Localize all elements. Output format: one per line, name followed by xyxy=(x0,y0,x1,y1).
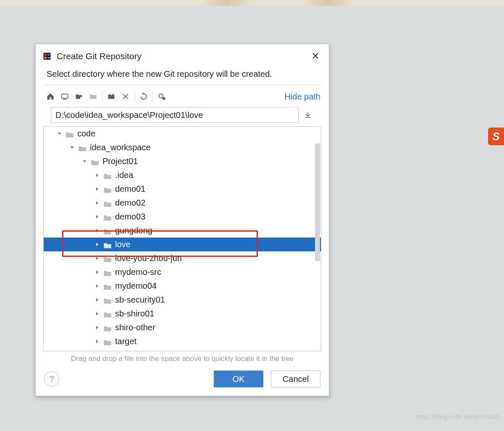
new-folder-icon[interactable] xyxy=(104,91,118,102)
chevron-right-icon[interactable] xyxy=(93,227,101,235)
folder-icon xyxy=(103,227,112,234)
dialog-title: Create Git Repository xyxy=(57,51,309,61)
tree-item-label: demo01 xyxy=(115,184,145,194)
svg-rect-6 xyxy=(63,99,66,100)
chevron-right-icon[interactable] xyxy=(93,185,101,193)
svg-rect-5 xyxy=(62,94,68,98)
chevron-right-icon[interactable] xyxy=(93,199,101,207)
chevron-right-icon[interactable] xyxy=(93,296,101,304)
tree-item-label: gungdong xyxy=(115,226,152,235)
hide-path-link[interactable]: Hide path xyxy=(284,92,320,102)
delete-icon[interactable] xyxy=(118,91,133,102)
chevron-right-icon[interactable] xyxy=(93,324,101,332)
chevron-right-icon[interactable] xyxy=(93,213,101,221)
tree-item[interactable]: sb-security01 xyxy=(44,293,321,307)
drag-drop-hint: Drag and drop a file into the space abov… xyxy=(36,351,329,368)
chevron-right-icon[interactable] xyxy=(93,172,101,179)
tree-item[interactable]: sb-shiro01 xyxy=(44,307,321,321)
module-dir-icon xyxy=(86,91,100,102)
toolbar-section: Hide path xyxy=(43,85,321,123)
top-decor-strip xyxy=(0,0,504,6)
ok-button[interactable]: OK xyxy=(214,371,263,387)
tree-item-label: idea_workspace xyxy=(90,143,151,152)
chevron-down-icon[interactable] xyxy=(55,130,63,138)
folder-icon xyxy=(103,324,112,331)
show-hidden-icon[interactable] xyxy=(155,91,169,102)
close-button[interactable] xyxy=(309,50,322,63)
folder-icon xyxy=(103,283,112,290)
folder-icon xyxy=(103,186,112,193)
intellij-icon xyxy=(42,52,52,61)
scrollbar[interactable] xyxy=(315,144,320,261)
folder-icon xyxy=(103,269,112,276)
chevron-right-icon[interactable] xyxy=(93,269,101,276)
folder-icon xyxy=(78,144,87,151)
svg-rect-3 xyxy=(45,57,47,59)
tree-item-label: sb-shiro01 xyxy=(115,309,154,319)
toolbar-separator xyxy=(152,91,153,102)
tree-item-label: love-you-zhou-jun xyxy=(115,253,182,263)
help-button[interactable]: ? xyxy=(44,371,59,387)
chevron-down-icon[interactable] xyxy=(81,158,88,165)
watermark-text: https://blog.csdn.net/john1szh xyxy=(417,413,500,420)
tree-item[interactable]: idea_workspace xyxy=(44,141,321,154)
directory-tree[interactable]: codeidea_workspaceProject01.ideademo01de… xyxy=(44,127,321,351)
chevron-right-icon[interactable] xyxy=(93,255,101,262)
tree-item-label: sb-security01 xyxy=(115,295,165,305)
path-input[interactable] xyxy=(51,107,299,123)
tree-item[interactable]: demo03 xyxy=(44,210,321,224)
svg-point-8 xyxy=(159,94,163,98)
chevron-right-icon[interactable] xyxy=(93,310,101,318)
tree-item[interactable]: target xyxy=(44,334,321,348)
create-git-repository-dialog: Create Git Repository Select directory w… xyxy=(35,44,329,396)
tree-item-label: target xyxy=(115,337,136,346)
folder-icon xyxy=(103,255,112,262)
toolbar-separator xyxy=(134,91,135,102)
svg-rect-2 xyxy=(47,54,50,56)
svg-rect-4 xyxy=(47,57,50,58)
instruction-text: Select directory where the new Git repos… xyxy=(36,65,329,85)
tree-item[interactable]: demo01 xyxy=(44,182,321,196)
tree-item[interactable]: shiro-other xyxy=(44,321,321,334)
chevron-right-icon[interactable] xyxy=(93,338,101,345)
tree-item[interactable]: demo02 xyxy=(44,196,321,210)
tree-item[interactable]: mydemo-src xyxy=(44,265,321,279)
svg-rect-9 xyxy=(163,97,165,100)
toolbar-separator xyxy=(102,91,102,102)
svg-point-7 xyxy=(80,97,82,99)
tree-item-label: Project01 xyxy=(102,157,138,166)
tree-item-label: shiro-other xyxy=(115,323,155,332)
desktop-icon[interactable] xyxy=(58,91,72,102)
cancel-button[interactable]: Cancel xyxy=(271,371,320,387)
tree-item[interactable]: mydemo04 xyxy=(44,279,321,293)
tree-item-label: code xyxy=(77,129,95,138)
titlebar: Create Git Repository xyxy=(36,44,329,65)
tree-item[interactable]: love-you-zhou-jun xyxy=(44,251,321,265)
tree-item[interactable]: .idea xyxy=(44,168,321,182)
folder-icon xyxy=(103,297,112,303)
folder-icon xyxy=(103,172,112,179)
side-badge[interactable]: S xyxy=(488,128,504,145)
tree-item-label: mydemo04 xyxy=(115,281,157,291)
home-icon[interactable] xyxy=(43,91,58,102)
svg-rect-1 xyxy=(45,54,47,56)
tree-item-label: demo02 xyxy=(115,198,145,208)
folder-icon xyxy=(103,200,112,206)
path-row xyxy=(51,107,314,123)
project-dir-icon[interactable] xyxy=(72,91,86,102)
tree-item-label: .idea xyxy=(115,170,133,180)
tree-item-label: demo03 xyxy=(115,212,145,222)
tree-item[interactable]: love xyxy=(44,238,321,251)
chevron-down-icon[interactable] xyxy=(68,144,76,152)
tree-item[interactable]: code xyxy=(44,127,321,141)
refresh-icon[interactable] xyxy=(136,91,151,102)
folder-icon xyxy=(91,158,99,165)
history-dropdown-icon[interactable] xyxy=(302,109,314,121)
folder-icon xyxy=(103,214,112,220)
tree-item[interactable]: gungdong xyxy=(44,224,321,238)
tree-item-label: love xyxy=(115,240,131,249)
tree-item[interactable]: Project01 xyxy=(44,154,321,168)
folder-icon xyxy=(103,311,112,317)
chevron-right-icon[interactable] xyxy=(93,241,101,248)
chevron-right-icon[interactable] xyxy=(93,282,101,290)
